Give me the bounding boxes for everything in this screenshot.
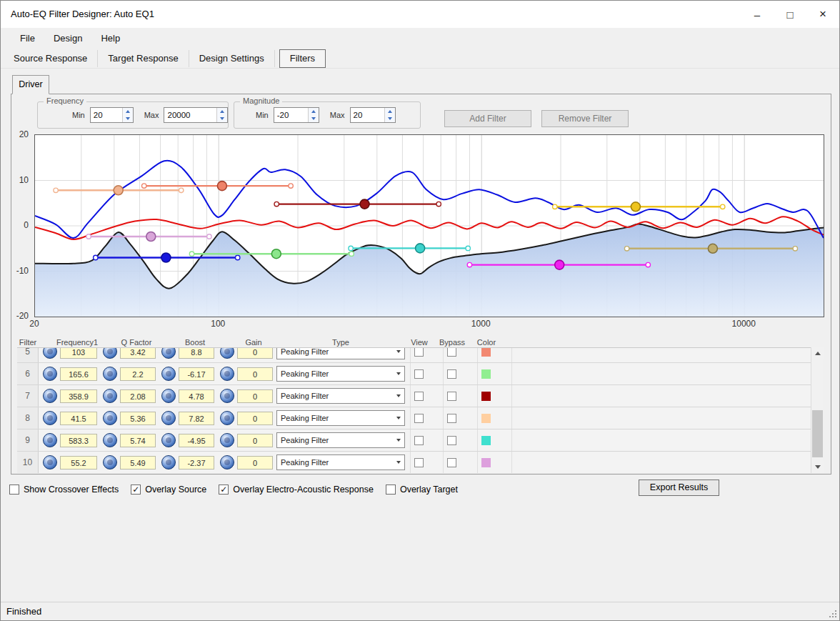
spin-up-button[interactable] — [385, 108, 395, 115]
bypass-checkbox[interactable] — [447, 414, 456, 423]
filter-edge-handle[interactable] — [142, 184, 146, 188]
filter-edge-handle[interactable] — [289, 184, 293, 188]
menu-help[interactable]: Help — [91, 28, 129, 49]
filter-color-swatch[interactable] — [481, 458, 491, 467]
spin-down-button[interactable] — [385, 115, 395, 122]
gain-value[interactable]: 0 — [237, 347, 273, 359]
filter-type-dropdown[interactable]: Peaking Filter — [276, 366, 405, 382]
resize-grip-icon[interactable] — [829, 610, 838, 619]
filter-color-swatch[interactable] — [481, 436, 491, 445]
gain-value[interactable]: 0 — [237, 434, 273, 447]
frequency-knob-icon[interactable] — [43, 367, 57, 381]
filter-center-handle[interactable] — [271, 249, 281, 259]
tab-driver[interactable]: Driver — [12, 75, 49, 94]
filter-edge-handle[interactable] — [207, 234, 211, 239]
tab-source-response[interactable]: Source Response — [4, 50, 98, 67]
filter-edge-handle[interactable] — [721, 204, 725, 209]
close-button[interactable]: × — [806, 1, 839, 28]
boost-knob-icon[interactable] — [161, 411, 176, 425]
spin-up-button[interactable] — [309, 108, 319, 115]
minimize-button[interactable]: – — [741, 1, 774, 28]
gain-knob-icon[interactable] — [220, 347, 234, 359]
bypass-checkbox[interactable] — [447, 458, 456, 467]
gain-knob-icon[interactable] — [220, 389, 234, 403]
qfactor-knob-icon[interactable] — [103, 389, 117, 403]
filter-edge-handle[interactable] — [54, 188, 58, 192]
gain-value[interactable]: 0 — [237, 412, 273, 425]
boost-value[interactable]: -6.17 — [179, 367, 214, 381]
qfactor-knob-icon[interactable] — [103, 455, 117, 470]
spin-up-button[interactable] — [123, 108, 133, 115]
filter-type-dropdown[interactable]: Peaking Filter — [276, 454, 405, 470]
scroll-down-button[interactable] — [811, 461, 824, 473]
filter-center-handle[interactable] — [217, 182, 226, 191]
filter-color-swatch[interactable] — [481, 414, 491, 423]
bypass-checkbox[interactable] — [447, 392, 456, 401]
frequency-knob-icon[interactable] — [43, 389, 57, 403]
eq-plot-svg[interactable] — [35, 135, 824, 317]
filter-center-handle[interactable] — [146, 232, 156, 242]
qfactor-value[interactable]: 2.08 — [120, 389, 156, 403]
filter-type-dropdown[interactable]: Peaking Filter — [276, 388, 405, 404]
filter-color-swatch[interactable] — [481, 392, 491, 401]
filter-center-handle[interactable] — [360, 199, 369, 209]
boost-knob-icon[interactable] — [161, 455, 176, 470]
frequency-value[interactable]: 55.2 — [60, 456, 97, 470]
boost-value[interactable]: 4.78 — [179, 389, 214, 403]
boost-knob-icon[interactable] — [161, 389, 176, 403]
tab-filters[interactable]: Filters — [279, 49, 326, 68]
spin-down-button[interactable] — [123, 115, 133, 122]
qfactor-knob-icon[interactable] — [103, 433, 117, 447]
footer-checkbox[interactable]: ✓ — [219, 485, 229, 495]
footer-checkbox[interactable]: ✓ — [131, 485, 141, 495]
frequency-min-value[interactable]: 20 — [91, 108, 122, 122]
filter-color-swatch[interactable] — [481, 369, 491, 379]
scroll-up-button[interactable] — [811, 347, 824, 359]
gain-knob-icon[interactable] — [220, 411, 234, 425]
boost-value[interactable]: 7.82 — [179, 412, 214, 425]
spin-down-button[interactable] — [217, 115, 227, 122]
bypass-checkbox[interactable] — [447, 369, 456, 379]
magnitude-max-spinner[interactable]: 20 — [350, 107, 396, 123]
filter-edge-handle[interactable] — [349, 252, 354, 256]
gain-value[interactable]: 0 — [237, 389, 273, 403]
filter-edge-handle[interactable] — [646, 262, 650, 267]
filter-edge-handle[interactable] — [94, 255, 98, 259]
frequency-knob-icon[interactable] — [43, 433, 57, 447]
frequency-value[interactable]: 165.6 — [60, 367, 97, 381]
boost-knob-icon[interactable] — [161, 367, 176, 381]
footer-checkbox[interactable] — [9, 485, 19, 495]
boost-knob-icon[interactable] — [161, 347, 176, 359]
filter-type-dropdown[interactable]: Peaking Filter — [276, 347, 405, 359]
filter-edge-handle[interactable] — [179, 188, 184, 192]
view-checkbox[interactable] — [414, 347, 424, 357]
maximize-button[interactable]: □ — [774, 1, 806, 28]
qfactor-value[interactable]: 5.49 — [120, 456, 156, 470]
filter-edge-handle[interactable] — [236, 255, 240, 259]
frequency-value[interactable]: 41.5 — [60, 412, 97, 425]
filter-edge-handle[interactable] — [349, 246, 353, 250]
spin-up-button[interactable] — [217, 108, 227, 115]
view-checkbox[interactable] — [414, 436, 424, 445]
frequency-value[interactable]: 583.3 — [60, 434, 97, 447]
filter-type-dropdown[interactable]: Peaking Filter — [276, 410, 405, 426]
filter-type-dropdown[interactable]: Peaking Filter — [276, 432, 405, 448]
boost-value[interactable]: 8.8 — [179, 347, 214, 359]
gain-value[interactable]: 0 — [237, 456, 273, 470]
frequency-knob-icon[interactable] — [43, 411, 57, 425]
filter-center-handle[interactable] — [114, 186, 123, 195]
view-checkbox[interactable] — [414, 392, 424, 401]
frequency-value[interactable]: 358.9 — [60, 389, 97, 403]
qfactor-value[interactable]: 5.36 — [120, 412, 156, 425]
filter-edge-handle[interactable] — [553, 204, 557, 209]
frequency-max-spinner[interactable]: 20000 — [164, 107, 228, 123]
menu-file[interactable]: File — [11, 28, 44, 49]
filter-edge-handle[interactable] — [86, 234, 91, 239]
view-checkbox[interactable] — [414, 458, 424, 467]
filter-edge-handle[interactable] — [793, 247, 797, 251]
qfactor-value[interactable]: 2.2 — [120, 367, 156, 381]
view-checkbox[interactable] — [414, 414, 424, 423]
qfactor-value[interactable]: 3.42 — [120, 347, 156, 359]
view-checkbox[interactable] — [414, 369, 424, 379]
qfactor-knob-icon[interactable] — [103, 347, 117, 359]
